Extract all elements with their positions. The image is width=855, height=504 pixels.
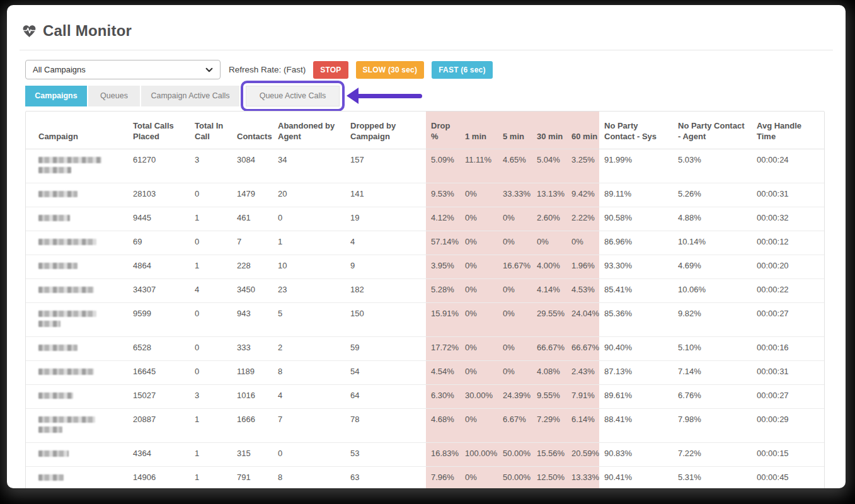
column-header: Contacts xyxy=(237,112,278,149)
campaign-select[interactable]: All Campaigns xyxy=(25,60,221,79)
table-cell: 61270 xyxy=(133,149,195,183)
table-cell: 5.31% xyxy=(678,467,757,489)
table-cell: 7 xyxy=(278,409,350,443)
campaign-name-redacted xyxy=(26,303,133,337)
table-cell: 4 xyxy=(278,385,350,409)
table-cell: 85.36% xyxy=(604,303,678,337)
table-cell: 1.96% xyxy=(571,255,604,279)
table-cell: 14906 xyxy=(133,467,195,489)
table-cell: 0% xyxy=(465,255,503,279)
redacted-text-block xyxy=(38,369,94,375)
table-cell: 5.26% xyxy=(678,183,757,207)
table-cell: 0 xyxy=(278,443,350,467)
table-cell: 19 xyxy=(350,207,431,231)
table-cell: 2.22% xyxy=(571,207,604,231)
column-header: Avg Handle Time xyxy=(757,112,824,149)
redacted-text-block xyxy=(38,311,96,317)
table-cell: 0% xyxy=(503,303,537,337)
campaign-name-redacted xyxy=(26,443,133,467)
table-cell: 54 xyxy=(350,361,431,385)
table-cell: 93.30% xyxy=(604,255,678,279)
table-cell: 6.76% xyxy=(678,385,757,409)
table-cell: 90.41% xyxy=(604,467,678,489)
table-cell: 7.14% xyxy=(678,361,757,385)
slow-refresh-button[interactable]: SLOW (30 sec) xyxy=(356,61,425,79)
controls-bar: All Campaigns Refresh Rate: (Fast) STOP … xyxy=(25,60,828,79)
table-cell: 13.13% xyxy=(537,183,571,207)
table-row: 95990943515015.91%0%0%29.55%24.04%85.36%… xyxy=(26,303,824,337)
table-cell: 00:00:31 xyxy=(757,361,824,385)
table-cell: 6528 xyxy=(133,337,195,361)
table-cell: 4.12% xyxy=(431,207,465,231)
table-cell: 34 xyxy=(278,149,350,183)
table-cell: 9.55% xyxy=(537,385,571,409)
table-cell: 0% xyxy=(503,337,537,361)
table-cell: 0% xyxy=(465,207,503,231)
table-cell: 24.39% xyxy=(503,385,537,409)
table-cell: 1479 xyxy=(237,183,278,207)
table-cell: 4.08% xyxy=(537,361,571,385)
annotation-arrow xyxy=(347,88,422,104)
column-header: 60 min xyxy=(571,112,604,149)
table-row: 944514610194.12%0%0%2.60%2.22%90.58%4.88… xyxy=(26,207,824,231)
refresh-rate-label: Refresh Rate: (Fast) xyxy=(229,65,306,74)
table-cell: 00:00:16 xyxy=(757,337,824,361)
tab-queue-active-calls[interactable]: Queue Active Calls xyxy=(246,86,340,106)
table-cell: 88.41% xyxy=(604,409,678,443)
table-cell: 791 xyxy=(237,467,278,489)
table-cell: 69 xyxy=(133,231,195,255)
redacted-text-block xyxy=(38,427,62,433)
redacted-text-block xyxy=(38,239,96,245)
campaign-name-redacted xyxy=(26,409,133,443)
table-cell: 34307 xyxy=(133,279,195,303)
table-row: 486412281093.95%0%16.67%4.00%1.96%93.30%… xyxy=(26,255,824,279)
tab-campaigns[interactable]: Campaigns xyxy=(25,86,87,106)
table-cell: 6.67% xyxy=(503,409,537,443)
table-cell: 0% xyxy=(465,231,503,255)
table-cell: 1 xyxy=(195,409,237,443)
table-row: 4364131505316.83%100.00%50.00%15.56%20.5… xyxy=(26,443,824,467)
table-row: 2810301479201419.53%0%33.33%13.13%9.42%8… xyxy=(26,183,824,207)
table-cell: 1 xyxy=(195,207,237,231)
campaign-name-redacted xyxy=(26,149,133,183)
table-cell: 90.40% xyxy=(604,337,678,361)
table-row: 1490617918637.96%0%50.00%12.50%13.33%90.… xyxy=(26,467,824,489)
table-cell: 0 xyxy=(195,303,237,337)
table-cell: 16.83% xyxy=(431,443,465,467)
table-cell: 157 xyxy=(350,149,431,183)
table-cell: 0 xyxy=(195,183,237,207)
table-cell: 3 xyxy=(195,385,237,409)
table-cell: 5.04% xyxy=(537,149,571,183)
table-row: 6127033084341575.09%11.11%4.65%5.04%3.25… xyxy=(26,149,824,183)
campaign-name-redacted xyxy=(26,207,133,231)
table-cell: 4.68% xyxy=(431,409,465,443)
table-cell: 7.22% xyxy=(678,443,757,467)
campaign-name-redacted xyxy=(26,467,133,489)
table-cell: 461 xyxy=(237,207,278,231)
table-cell: 0% xyxy=(465,361,503,385)
table-cell: 141 xyxy=(350,183,431,207)
table-cell: 17.72% xyxy=(431,337,465,361)
table-cell: 12.50% xyxy=(537,467,571,489)
table-cell: 0 xyxy=(195,337,237,361)
tab-campaign-active-calls[interactable]: Campaign Active Calls xyxy=(141,86,239,106)
table-cell: 57.14% xyxy=(431,231,465,255)
stop-button[interactable]: STOP xyxy=(313,61,348,79)
table-cell: 943 xyxy=(237,303,278,337)
table-cell: 7.91% xyxy=(571,385,604,409)
table-cell: 00:00:29 xyxy=(757,409,824,443)
column-header: Drop % xyxy=(431,112,465,149)
tab-queues[interactable]: Queues xyxy=(88,86,140,106)
chevron-down-icon xyxy=(205,66,214,74)
table-cell: 0% xyxy=(503,231,537,255)
table-cell: 4.53% xyxy=(571,279,604,303)
table-cell: 0% xyxy=(465,183,503,207)
table-cell: 5.28% xyxy=(431,279,465,303)
table-cell: 1016 xyxy=(237,385,278,409)
fast-refresh-button[interactable]: FAST (6 sec) xyxy=(432,61,492,79)
table-cell: 4.69% xyxy=(678,255,757,279)
campaigns-table: CampaignTotal Calls PlacedTotal In CallC… xyxy=(26,112,824,488)
table-cell: 9 xyxy=(350,255,431,279)
column-header: 30 min xyxy=(537,112,571,149)
table-cell: 3450 xyxy=(237,279,278,303)
